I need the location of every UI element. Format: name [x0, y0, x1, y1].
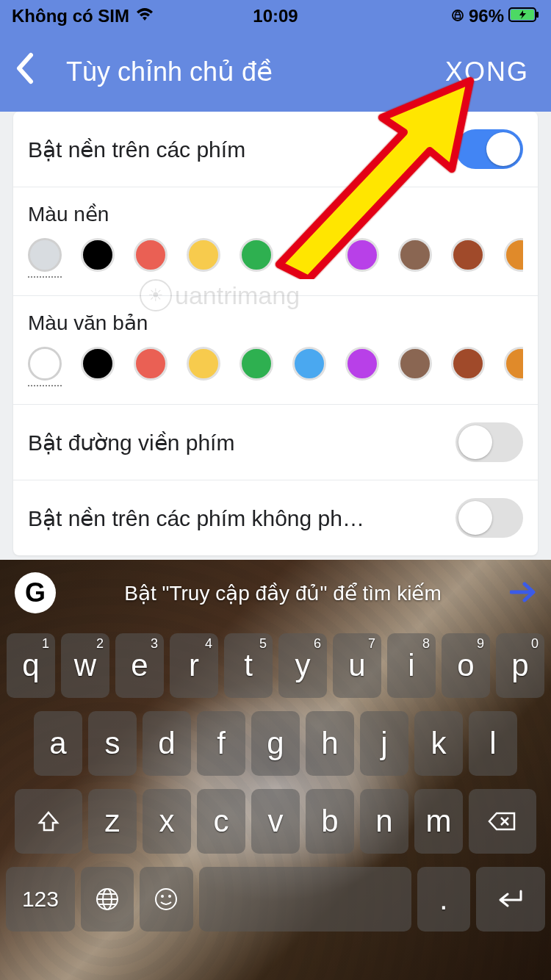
- key-v[interactable]: v: [251, 789, 300, 854]
- arrow-right-icon[interactable]: [510, 577, 536, 610]
- battery-text: 96%: [469, 6, 504, 26]
- text-color-swatch[interactable]: [345, 347, 379, 381]
- key-d[interactable]: d: [143, 711, 191, 776]
- key-q[interactable]: q1: [7, 633, 55, 698]
- bg-color-swatch[interactable]: [28, 238, 62, 272]
- numeric-key[interactable]: 123: [6, 867, 75, 932]
- key-a[interactable]: a: [34, 711, 82, 776]
- bg-color-swatch[interactable]: [292, 238, 326, 272]
- key-x[interactable]: x: [143, 789, 191, 854]
- page-title: Tùy chỉnh chủ đề: [66, 57, 273, 87]
- text-color-swatch[interactable]: [187, 347, 220, 381]
- text-color-swatch[interactable]: [134, 347, 168, 381]
- emoji-key[interactable]: [140, 867, 192, 932]
- period-key[interactable]: .: [417, 867, 470, 932]
- status-time: 10:09: [253, 6, 298, 26]
- row-extra-keys: Bật nền trên các phím không ph…: [13, 480, 538, 555]
- key-e[interactable]: e3: [115, 633, 164, 698]
- key-bg-label: Bật nền trên các phím: [28, 137, 245, 162]
- key-f[interactable]: f: [197, 711, 245, 776]
- key-b[interactable]: b: [306, 789, 354, 854]
- key-o[interactable]: o9: [442, 633, 490, 698]
- key-y[interactable]: y6: [278, 633, 327, 698]
- key-m[interactable]: m: [414, 789, 463, 854]
- key-r[interactable]: r4: [170, 633, 218, 698]
- status-bar: Không có SIM 10:09 96%: [0, 0, 551, 32]
- backspace-key[interactable]: [469, 789, 536, 854]
- key-t[interactable]: t5: [224, 633, 273, 698]
- text-color-swatch[interactable]: [504, 347, 523, 381]
- bg-color-swatch[interactable]: [451, 238, 485, 272]
- keyboard-preview: G Bật "Truy cập đầy đủ" để tìm kiếm q1w2…: [0, 560, 551, 980]
- google-button[interactable]: G: [15, 572, 56, 613]
- row-key-background: Bật nền trên các phím: [13, 112, 538, 187]
- key-z[interactable]: z: [88, 789, 137, 854]
- key-g[interactable]: g: [251, 711, 300, 776]
- text-color-swatch[interactable]: [292, 347, 326, 381]
- text-color-swatch[interactable]: [240, 347, 273, 381]
- section-bg-color: Màu nền: [13, 187, 538, 296]
- bg-color-swatch[interactable]: [345, 238, 379, 272]
- done-button[interactable]: XONG: [445, 57, 529, 87]
- lock-icon: [451, 6, 464, 26]
- key-w[interactable]: w2: [61, 633, 109, 698]
- toggle-key-border[interactable]: [455, 422, 523, 462]
- extra-keys-label: Bật nền trên các phím không ph…: [28, 505, 364, 531]
- bg-color-label: Màu nền: [28, 202, 523, 226]
- bg-color-swatch[interactable]: [81, 238, 115, 272]
- battery-icon: [508, 6, 539, 26]
- text-color-label: Màu văn bản: [28, 311, 523, 335]
- globe-key[interactable]: [81, 867, 134, 932]
- bg-color-swatch[interactable]: [398, 238, 432, 272]
- space-key[interactable]: [199, 867, 411, 932]
- svg-point-8: [168, 895, 171, 898]
- keyboard-hint: Bật "Truy cập đầy đủ" để tìm kiếm: [68, 581, 498, 605]
- shift-key[interactable]: [15, 789, 82, 854]
- svg-rect-3: [536, 12, 539, 18]
- back-button[interactable]: [15, 52, 51, 92]
- bg-color-swatch[interactable]: [134, 238, 168, 272]
- key-border-label: Bật đường viền phím: [28, 430, 234, 455]
- key-j[interactable]: j: [360, 711, 408, 776]
- key-i[interactable]: i8: [387, 633, 436, 698]
- wifi-icon: [135, 6, 154, 26]
- bg-color-swatch[interactable]: [504, 238, 523, 272]
- key-c[interactable]: c: [197, 789, 245, 854]
- section-text-color: Màu văn bản: [13, 296, 538, 405]
- text-color-swatch[interactable]: [28, 347, 62, 381]
- key-k[interactable]: k: [414, 711, 463, 776]
- key-h[interactable]: h: [306, 711, 354, 776]
- text-color-swatch[interactable]: [81, 347, 115, 381]
- key-l[interactable]: l: [469, 711, 517, 776]
- key-s[interactable]: s: [88, 711, 137, 776]
- settings-card: Bật nền trên các phím Màu nền Màu văn bả…: [13, 112, 538, 555]
- key-p[interactable]: p0: [496, 633, 544, 698]
- key-u[interactable]: u7: [333, 633, 381, 698]
- carrier-text: Không có SIM: [12, 6, 129, 26]
- toggle-key-bg[interactable]: [455, 129, 523, 169]
- text-color-swatch[interactable]: [451, 347, 485, 381]
- text-color-swatch[interactable]: [398, 347, 432, 381]
- row-key-border: Bật đường viền phím: [13, 405, 538, 480]
- return-key[interactable]: [476, 867, 545, 932]
- svg-point-7: [161, 895, 164, 898]
- toggle-extra-keys[interactable]: [455, 498, 523, 538]
- key-n[interactable]: n: [360, 789, 408, 854]
- bg-color-swatch[interactable]: [187, 238, 220, 272]
- app-header: Tùy chỉnh chủ đề XONG: [0, 32, 551, 112]
- bg-color-swatch[interactable]: [240, 238, 273, 272]
- svg-point-6: [156, 889, 176, 909]
